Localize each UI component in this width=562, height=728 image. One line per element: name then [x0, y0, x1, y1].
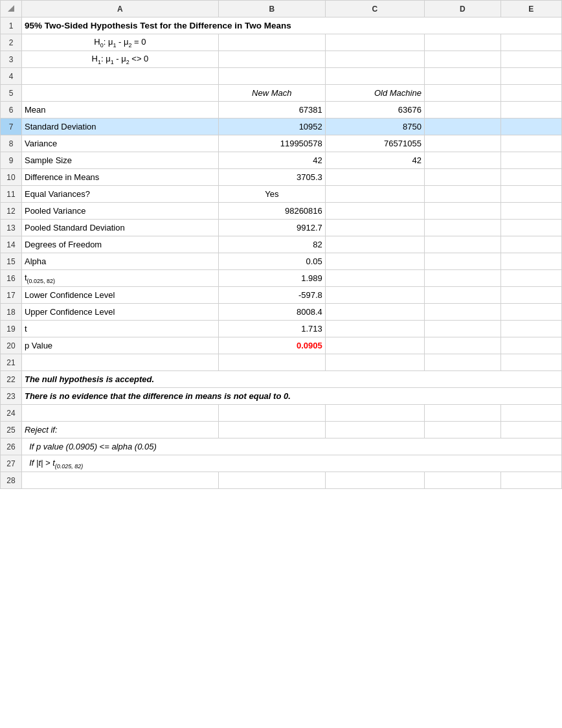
row-num-12[interactable]: 12	[1, 203, 22, 220]
row-num-8[interactable]: 8	[1, 135, 22, 152]
cell-7c[interactable]: 8750	[325, 119, 424, 135]
cell-9b[interactable]: 42	[218, 152, 325, 169]
cell-24b	[218, 405, 325, 422]
cell-3b	[218, 51, 325, 68]
cell-8a[interactable]: Variance	[21, 135, 218, 152]
cell-20e	[500, 337, 561, 354]
cell-11e	[500, 186, 561, 203]
row-num-14[interactable]: 14	[1, 236, 22, 253]
cell-12b[interactable]: 98260816	[218, 203, 325, 220]
row-17: 17 Lower Confidence Level -597.8	[1, 287, 562, 304]
row-num-20[interactable]: 20	[1, 337, 22, 354]
cell-3d	[424, 51, 500, 68]
cell-15a[interactable]: Alpha	[21, 253, 218, 270]
row-num-24[interactable]: 24	[1, 405, 22, 422]
cell-6a[interactable]: Mean	[21, 102, 218, 119]
cell-10b[interactable]: 3705.3	[218, 169, 325, 186]
cell-3a[interactable]: H1: μ1 - μ2 <> 0	[21, 51, 218, 68]
row-num-26[interactable]: 26	[1, 438, 22, 455]
row-num-7[interactable]: 7	[1, 119, 22, 135]
row-num-22[interactable]: 22	[1, 371, 22, 388]
cell-4d	[424, 68, 500, 85]
cell-2c	[325, 34, 424, 51]
cell-2a[interactable]: H0: μ1 - μ2 = 0	[21, 34, 218, 51]
cell-13e	[500, 220, 561, 236]
cell-17a[interactable]: Lower Confidence Level	[21, 287, 218, 304]
cell-11b[interactable]: Yes	[218, 186, 325, 203]
row-num-10[interactable]: 10	[1, 169, 22, 186]
cell-7e	[500, 119, 561, 135]
cell-23a[interactable]: There is no evidence that the difference…	[21, 388, 561, 405]
row-num-28[interactable]: 28	[1, 472, 22, 489]
col-header-a[interactable]: A	[21, 1, 218, 17]
row-num-21[interactable]: 21	[1, 354, 22, 371]
cell-13a[interactable]: Pooled Standard Deviation	[21, 220, 218, 236]
spreadsheet: A B C D E 1 95% Two-Sided Hypothesis Tes…	[0, 0, 562, 489]
cell-18e	[500, 304, 561, 321]
cell-16e	[500, 270, 561, 287]
cell-1a[interactable]: 95% Two-Sided Hypothesis Test for the Di…	[21, 17, 561, 34]
row-num-5[interactable]: 5	[1, 85, 22, 102]
cell-14a[interactable]: Degrees of Freedom	[21, 236, 218, 253]
row-18: 18 Upper Confidence Level 8008.4	[1, 304, 562, 321]
cell-22a[interactable]: The null hypothesis is accepted.	[21, 371, 561, 388]
cell-5c[interactable]: Old Machine	[325, 85, 424, 102]
cell-7a[interactable]: Standard Deviation	[21, 119, 218, 135]
col-header-e[interactable]: E	[500, 1, 561, 17]
cell-26a[interactable]: If p value (0.0905) <= alpha (0.05)	[21, 438, 561, 455]
cell-9c[interactable]: 42	[325, 152, 424, 169]
cell-15b[interactable]: 0.05	[218, 253, 325, 270]
cell-8c[interactable]: 76571055	[325, 135, 424, 152]
cell-27a[interactable]: If |t| > t(0.025, 82)	[21, 455, 561, 472]
cell-12a[interactable]: Pooled Variance	[21, 203, 218, 220]
cell-7b[interactable]: 10952	[218, 119, 325, 135]
cell-15c	[325, 253, 424, 270]
cell-10d	[424, 169, 500, 186]
row-num-3[interactable]: 3	[1, 51, 22, 68]
row-num-2[interactable]: 2	[1, 34, 22, 51]
row-num-1[interactable]: 1	[1, 17, 22, 34]
row-num-16[interactable]: 16	[1, 270, 22, 287]
cell-6c[interactable]: 63676	[325, 102, 424, 119]
row-6: 6 Mean 67381 63676	[1, 102, 562, 119]
cell-18a[interactable]: Upper Confidence Level	[21, 304, 218, 321]
col-header-c[interactable]: C	[325, 1, 424, 17]
row-num-17[interactable]: 17	[1, 287, 22, 304]
cell-9a[interactable]: Sample Size	[21, 152, 218, 169]
cell-6b[interactable]: 67381	[218, 102, 325, 119]
cell-18c	[325, 304, 424, 321]
cell-17e	[500, 287, 561, 304]
row-num-13[interactable]: 13	[1, 220, 22, 236]
row-num-15[interactable]: 15	[1, 253, 22, 270]
row-num-19[interactable]: 19	[1, 321, 22, 337]
row-num-6[interactable]: 6	[1, 102, 22, 119]
cell-17c	[325, 287, 424, 304]
cell-19a[interactable]: t	[21, 321, 218, 337]
cell-20a[interactable]: p Value	[21, 337, 218, 354]
cell-16a[interactable]: t(0.025, 82)	[21, 270, 218, 287]
row-num-9[interactable]: 9	[1, 152, 22, 169]
col-header-d[interactable]: D	[424, 1, 500, 17]
cell-20b[interactable]: 0.0905	[218, 337, 325, 354]
cell-18b[interactable]: 8008.4	[218, 304, 325, 321]
row-num-11[interactable]: 11	[1, 186, 22, 203]
cell-5b[interactable]: New Mach	[218, 85, 325, 102]
cell-16b[interactable]: 1.989	[218, 270, 325, 287]
row-num-23[interactable]: 23	[1, 388, 22, 405]
cell-6e	[500, 102, 561, 119]
row-num-18[interactable]: 18	[1, 304, 22, 321]
cell-17b[interactable]: -597.8	[218, 287, 325, 304]
cell-19b[interactable]: 1.713	[218, 321, 325, 337]
cell-14b[interactable]: 82	[218, 236, 325, 253]
cell-17d	[424, 287, 500, 304]
cell-11a[interactable]: Equal Variances?	[21, 186, 218, 203]
cell-25a[interactable]: Reject if:	[21, 422, 218, 438]
row-num-25[interactable]: 25	[1, 422, 22, 438]
cell-10a[interactable]: Difference in Means	[21, 169, 218, 186]
row-num-4[interactable]: 4	[1, 68, 22, 85]
col-header-b[interactable]: B	[218, 1, 325, 17]
cell-8b[interactable]: 119950578	[218, 135, 325, 152]
row-num-27[interactable]: 27	[1, 455, 22, 472]
cell-12e	[500, 203, 561, 220]
cell-13b[interactable]: 9912.7	[218, 220, 325, 236]
